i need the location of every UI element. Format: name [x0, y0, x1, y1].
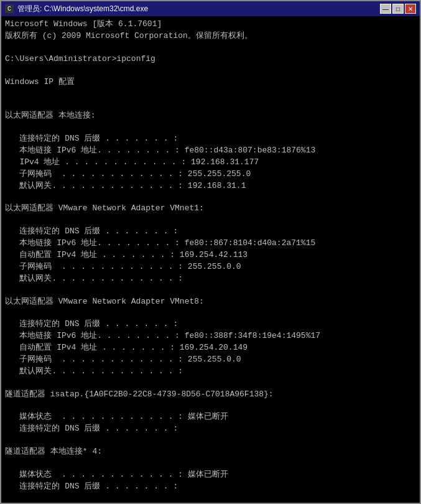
terminal-line — [5, 215, 416, 226]
terminal-line — [5, 400, 416, 411]
terminal-line: IPv4 地址 . . . . . . . . . . . . : 192.16… — [5, 157, 416, 169]
terminal-line: 本地链接 IPv6 地址. . . . . . . . : fe80::d43a… — [5, 145, 416, 157]
maximize-button[interactable]: □ — [392, 4, 404, 14]
terminal-line: Microsoft Windows [版本 6.1.7601] — [5, 19, 416, 30]
terminal-line — [5, 458, 416, 469]
terminal-line — [5, 285, 416, 296]
terminal-line: 连接特定的 DNS 后缀 . . . . . . . : — [5, 319, 416, 330]
terminal-line: 子网掩码 . . . . . . . . . . . . : 255.255.0… — [5, 354, 416, 366]
terminal-line: 以太网适配器 本地连接: — [5, 110, 416, 122]
minimize-button[interactable]: — — [380, 4, 391, 14]
terminal-line: 默认网关. . . . . . . . . . . . . : 192.168.… — [5, 180, 416, 192]
terminal-line — [5, 192, 416, 203]
terminal-line: 连接特定的 DNS 后缀 . . . . . . . : — [5, 423, 416, 435]
terminal-line: 本地链接 IPv6 地址. . . . . . . . : fe80::388f… — [5, 330, 416, 342]
terminal-line — [5, 88, 416, 99]
terminal-line: Windows IP 配置 — [5, 77, 416, 88]
terminal-line — [5, 307, 416, 319]
terminal-line: 隧道适配器 本地连接* 4: — [5, 446, 416, 458]
close-button[interactable]: ✕ — [405, 4, 416, 14]
terminal-line: 子网掩码 . . . . . . . . . . . . : 255.255.0… — [5, 261, 416, 273]
terminal-line: 版权所有 (c) 2009 Microsoft Corporation。保留所有… — [5, 30, 416, 42]
terminal-line: 连接特定的 DNS 后缀 . . . . . . . : — [5, 481, 416, 493]
terminal-line: 默认网关. . . . . . . . . . . . . : — [5, 366, 416, 378]
terminal-line: 自动配置 IPv4 地址 . . . . . . . : 169.254.42.… — [5, 250, 416, 261]
cmd-icon: C — [5, 4, 14, 13]
title-bar: C 管理员: C:\Windows\system32\cmd.exe — □ ✕ — [1, 1, 420, 16]
window-title: 管理员: C:\Windows\system32\cmd.exe — [17, 4, 148, 14]
cmd-window: C 管理员: C:\Windows\system32\cmd.exe — □ ✕… — [0, 0, 421, 504]
terminal-line: C:\Users\Administrator>ipconfig — [5, 54, 416, 65]
terminal-line: 连接特定的 DNS 后缀 . . . . . . . : — [5, 226, 416, 238]
terminal-line: 子网掩码 . . . . . . . . . . . . : 255.255.2… — [5, 169, 416, 180]
terminal-line: 自动配置 IPv4 地址 . . . . . . . : 169.254.20.… — [5, 342, 416, 354]
terminal-line — [5, 493, 416, 503]
terminal-line — [5, 99, 416, 110]
terminal-line: 媒体状态 . . . . . . . . . . . . : 媒体已断开 — [5, 411, 416, 423]
terminal-line — [5, 42, 416, 54]
terminal-line: 媒体状态 . . . . . . . . . . . . : 媒体已断开 — [5, 469, 416, 481]
terminal-line — [5, 122, 416, 133]
terminal-line: 以太网适配器 VMware Network Adapter VMnet8: — [5, 296, 416, 308]
terminal-line — [5, 378, 416, 389]
terminal-line: 连接特定的 DNS 后缀 . . . . . . . : — [5, 133, 416, 145]
terminal-content[interactable]: Microsoft Windows [版本 6.1.7601]版权所有 (c) … — [1, 16, 420, 503]
title-buttons: — □ ✕ — [380, 4, 416, 14]
terminal-line — [5, 65, 416, 77]
terminal-line: 默认网关. . . . . . . . . . . . . : — [5, 273, 416, 285]
title-bar-left: C 管理员: C:\Windows\system32\cmd.exe — [5, 4, 148, 14]
terminal-line — [5, 435, 416, 446]
terminal-line: 以太网适配器 VMware Network Adapter VMnet1: — [5, 203, 416, 215]
terminal-line: 本地链接 IPv6 地址. . . . . . . . : fe80::867:… — [5, 238, 416, 250]
terminal-line: 隧道适配器 isatap.{1A0FC2B0-22C8-4739-8D56-C7… — [5, 389, 416, 401]
